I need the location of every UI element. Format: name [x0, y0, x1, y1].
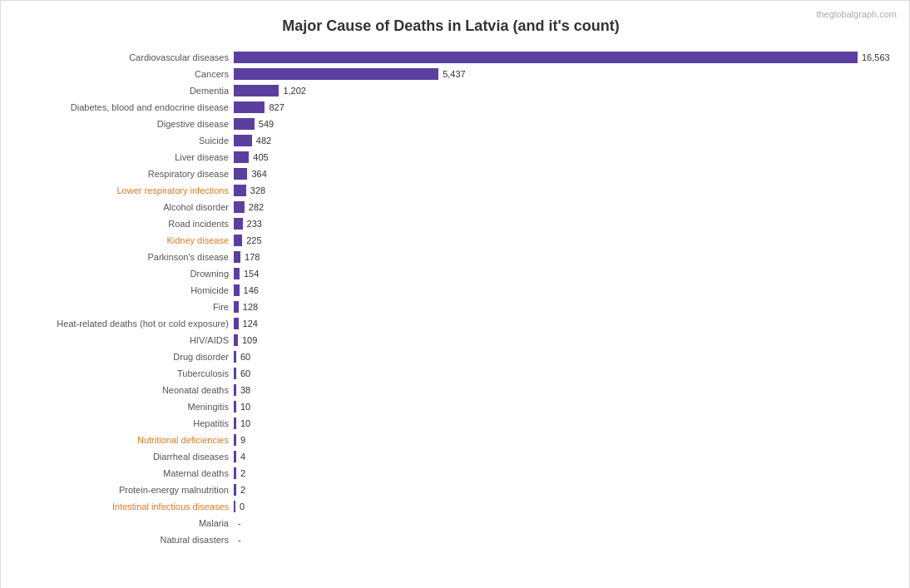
bar-value: 146 [244, 285, 259, 295]
bar-row: Malaria- [9, 516, 893, 531]
bar-area: 178 [234, 251, 893, 263]
bar [234, 334, 238, 346]
bar-label: Kidney disease [9, 235, 234, 245]
bar-row: Alcohol disorder282 [9, 200, 893, 215]
bar-label: Homicide [9, 285, 234, 295]
bar-row: Kidney disease225 [9, 233, 893, 248]
bar [234, 185, 246, 196]
bar-value: 38 [240, 385, 250, 395]
bar [234, 135, 252, 146]
bar-row: Homicide146 [9, 283, 893, 298]
bar-value: 9 [240, 435, 245, 445]
bar-value: 154 [244, 269, 259, 279]
bar-area: 146 [234, 284, 893, 296]
bar-label: Alcohol disorder [9, 202, 234, 212]
bar-area: 154 [234, 268, 893, 279]
bar-row: Drowning154 [9, 266, 893, 281]
bar-area: 10 [234, 418, 893, 429]
bar [234, 434, 236, 446]
bar [234, 368, 236, 379]
bar-value: 10 [240, 402, 250, 412]
bar-area: 0 [234, 501, 893, 512]
bar-area: 10 [234, 401, 893, 413]
bar-row: Road incidents233 [9, 216, 893, 231]
bar-row: Fire128 [9, 299, 893, 314]
bar-row: Respiratory disease364 [9, 166, 893, 181]
bar-label: Malaria [9, 518, 234, 528]
bar-value: 233 [247, 219, 262, 229]
bar [234, 85, 279, 96]
bar-value: 10 [240, 418, 250, 428]
bar-value: 328 [250, 185, 265, 195]
bar-area: 109 [234, 334, 893, 346]
bar [234, 118, 255, 130]
bar-area: 328 [234, 185, 893, 196]
bar-row: Suicide482 [9, 133, 893, 148]
bar-area: 4 [234, 451, 893, 462]
bar-label: Digestive disease [9, 119, 234, 129]
bar-row: Parkinson's disease178 [9, 250, 893, 264]
bar-label: Cardiovascular diseases [9, 52, 234, 62]
bar-value: 109 [242, 335, 257, 345]
bar-area: 549 [234, 118, 893, 130]
bar-value: 5,437 [443, 69, 466, 79]
bar-area: 1,202 [234, 85, 893, 96]
bar-row: Diabetes, blood and endocrine disease827 [9, 100, 893, 115]
bar-value: 178 [245, 252, 260, 262]
bar-label: Lower respiratory infections [9, 185, 234, 195]
bar [234, 284, 240, 296]
bar-value: 16,563 [862, 52, 890, 62]
bar-value: 2 [240, 468, 245, 478]
chart-container: Major Cause of Deaths in Latvia (and it'… [0, 0, 910, 588]
bar-row: Intestinal infectious diseases0 [9, 499, 893, 514]
bar [234, 401, 236, 413]
bar [234, 151, 249, 163]
bar-label: Suicide [9, 136, 234, 146]
bar-label: Protein-energy malnutrition [9, 485, 234, 495]
bar-label: Maternal deaths [9, 468, 234, 478]
bar-label: Heat-related deaths (hot or cold exposur… [9, 319, 234, 329]
bar-label: Meningitis [9, 402, 234, 412]
bar-label: Nutritional deficiencies [9, 435, 234, 445]
bar-row [9, 549, 893, 564]
bar-label: Neonatal deaths [9, 385, 234, 395]
bar-row: Heat-related deaths (hot or cold exposur… [9, 316, 893, 331]
bar-label: Respiratory disease [9, 169, 234, 179]
bar-label: Drowning [9, 269, 234, 279]
bar-area: - [234, 535, 893, 545]
bar-row: Cancers5,437 [9, 67, 893, 82]
bar-area: 827 [234, 101, 893, 113]
bar-area: 233 [234, 218, 893, 230]
bar-area: 405 [234, 151, 893, 163]
bar-label: Road incidents [9, 219, 234, 229]
bar-value: 128 [243, 302, 258, 312]
bar-area: 2 [234, 484, 893, 496]
bar-row: Hepatitis10 [9, 416, 893, 431]
bar-label: Parkinson's disease [9, 252, 234, 262]
bar [234, 451, 236, 462]
bar-area: - [234, 518, 893, 528]
bar-area: 364 [234, 168, 893, 180]
bar-label: Fire [9, 302, 234, 312]
bar-value: 225 [246, 235, 261, 245]
bar-row: HIV/AIDS109 [9, 333, 893, 348]
bar-label: Diabetes, blood and endocrine disease [9, 102, 234, 112]
bar-value: 60 [240, 352, 250, 362]
bar-row: Diarrheal diseases4 [9, 449, 893, 464]
bar-area: 482 [234, 135, 893, 146]
bar [234, 351, 236, 363]
bar-area: 124 [234, 318, 893, 329]
bar-label: Tuberculosis [9, 368, 234, 378]
bar-area: 38 [234, 384, 893, 396]
bar-value: 1,202 [283, 86, 306, 96]
bar [234, 384, 236, 396]
bar-row: Maternal deaths2 [9, 466, 893, 481]
bar-area: 225 [234, 235, 893, 246]
bar-label: Diarrheal diseases [9, 452, 234, 462]
bar-area: 9 [234, 434, 893, 446]
bar-value: 827 [269, 102, 284, 112]
bar-area: 60 [234, 351, 893, 363]
bar [234, 268, 240, 279]
bar [234, 301, 239, 313]
chart-title: Major Cause of Deaths in Latvia (and it'… [9, 17, 893, 35]
